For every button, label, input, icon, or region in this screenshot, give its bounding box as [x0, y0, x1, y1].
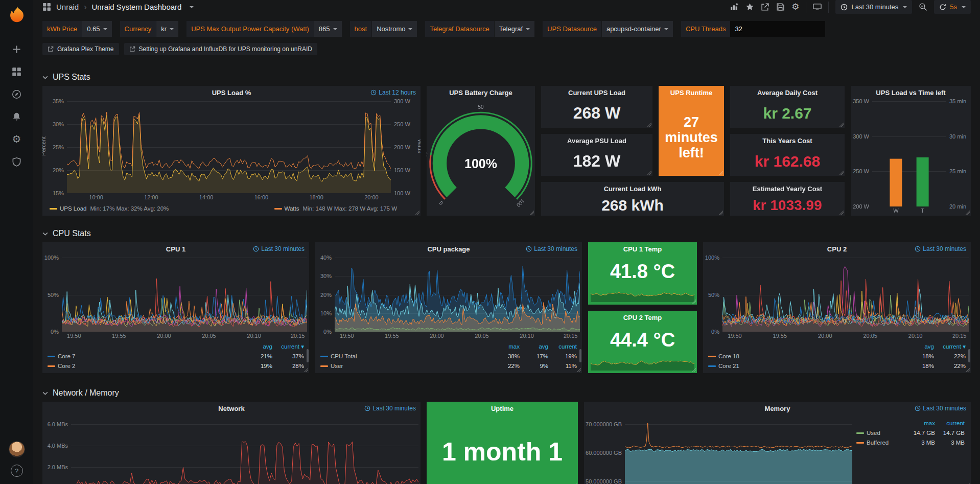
row-header-network-memory[interactable]: Network / Memory — [42, 373, 971, 402]
dashboard-link-ups-monitoring[interactable]: Setting up Grafana and InfluxDB for UPS … — [124, 43, 318, 55]
ups-bar-chart[interactable] — [872, 101, 946, 206]
panel-title[interactable]: UPS Runtime — [670, 89, 712, 97]
time-picker-button[interactable]: Last 30 minutes — [835, 0, 912, 14]
legend-header[interactable]: current ▾ — [272, 343, 304, 350]
tv-kiosk-icon[interactable] — [813, 3, 822, 11]
panel-title[interactable]: UPS Load vs Time left — [876, 89, 945, 97]
legend-header-row: avg current ▾ — [48, 341, 304, 351]
panel-ups-battery-charge: UPS Battery Charge 100% — [427, 86, 535, 216]
legend-header[interactable]: current — [935, 420, 965, 426]
user-avatar[interactable] — [9, 441, 25, 457]
panel-title[interactable]: CPU 2 Temp — [623, 314, 662, 321]
chevron-down-icon[interactable] — [190, 6, 194, 8]
create-add-icon[interactable] — [6, 38, 28, 60]
legend-header[interactable]: current ▾ — [934, 343, 966, 350]
legend-header[interactable]: max — [905, 420, 935, 426]
dashboard-settings-gear-icon[interactable]: ⚙ — [791, 3, 799, 11]
y-axis-left: 35% 30% 25% 20% 15% — [50, 101, 67, 193]
legend-series-name[interactable]: UPS Load — [60, 205, 86, 212]
configuration-gear-icon[interactable]: ⚙ — [6, 128, 28, 150]
variable-value-dropdown[interactable]: kr — [156, 21, 178, 37]
help-icon[interactable]: ? — [11, 465, 23, 477]
legend-scrollbar[interactable] — [579, 349, 581, 362]
panel-title[interactable]: Estimated Yearly Cost — [753, 185, 822, 193]
row-header-ups-stats[interactable]: UPS Stats — [42, 55, 971, 86]
panel-title[interactable]: CPU 1 — [166, 245, 185, 253]
legend-header[interactable]: current — [548, 343, 577, 350]
legend-scrollbar[interactable] — [968, 349, 970, 362]
external-link-icon — [129, 46, 135, 52]
legend-color — [708, 365, 716, 367]
dashboards-icon[interactable] — [6, 60, 28, 83]
memory-chart[interactable] — [625, 417, 852, 484]
grafana-logo-icon[interactable] — [8, 5, 26, 24]
chevron-down-icon — [333, 28, 337, 30]
legend-series-name[interactable]: Core 2 — [48, 363, 241, 369]
share-icon[interactable] — [761, 3, 769, 11]
ups-load-chart[interactable] — [67, 101, 391, 193]
legend: UPS LoadMin: 17% Max: 32% Avg: 20% Watts… — [42, 202, 421, 216]
y-axis-label: Watts — [417, 139, 421, 153]
cpu1-chart[interactable] — [62, 258, 307, 332]
legend-series-name[interactable]: Core 7 — [48, 353, 241, 359]
variable-value-dropdown[interactable]: apcupsd-container — [602, 21, 673, 37]
chart-plot — [71, 417, 418, 484]
variable-value-dropdown[interactable]: Nostromo — [372, 21, 417, 37]
add-panel-icon[interactable] — [730, 3, 739, 11]
dashboard-link-plex-theme[interactable]: Grafana Plex Theme — [42, 43, 119, 55]
dashboard-title[interactable]: Unraid System Dashboard — [92, 3, 182, 11]
breadcrumb-folder[interactable]: Unraid — [56, 3, 79, 11]
cpu2-chart[interactable] — [722, 258, 969, 332]
legend-header[interactable]: max — [491, 343, 520, 350]
panel-title[interactable]: Memory — [765, 405, 790, 412]
legend-header[interactable]: avg — [520, 343, 548, 350]
row-header-cpu-stats[interactable]: CPU Stats — [42, 216, 971, 242]
legend-color — [856, 442, 864, 444]
cpu-temps-column: CPU 1 Temp 41.8 °C CPU 2 Temp 44.4 °C — [588, 242, 697, 373]
panel-title[interactable]: CPU 1 Temp — [623, 245, 662, 253]
panel-title[interactable]: Current Load kWh — [604, 185, 662, 193]
zoom-out-icon[interactable] — [919, 3, 927, 11]
panel-title[interactable]: Average PSU Load — [567, 137, 626, 145]
panel-title[interactable]: This Years Cost — [762, 137, 812, 145]
variable-value-dropdown[interactable]: 865 — [314, 21, 342, 37]
panel-this-years-cost: This Years Cost kr 162.68 — [730, 134, 845, 176]
legend-header-row: max current — [856, 418, 965, 428]
breadcrumb: Unraid › Unraid System Dashboard — [42, 3, 194, 12]
legend-series-name[interactable]: Core 18 — [708, 353, 902, 359]
legend-color — [320, 356, 328, 357]
panel-title[interactable]: CPU package — [427, 245, 470, 253]
legend-series-name[interactable]: Core 21 — [708, 363, 902, 369]
legend-series-name[interactable]: CPU Total — [320, 353, 491, 359]
panel-title[interactable]: UPS Battery Charge — [449, 89, 512, 97]
legend-color — [274, 208, 282, 210]
legend-series-name[interactable]: Buffered — [856, 440, 905, 446]
explore-compass-icon[interactable] — [6, 83, 28, 105]
legend-series-name[interactable]: Watts — [285, 205, 299, 212]
variable-label: Telegraf Datasource — [425, 21, 494, 37]
panel-title[interactable]: Network — [218, 405, 244, 412]
panel-title[interactable]: Uptime — [491, 405, 514, 412]
legend-header[interactable]: avg — [902, 343, 934, 350]
panel-title[interactable]: Current UPS Load — [568, 89, 625, 97]
panel-title[interactable]: CPU 2 — [827, 245, 847, 253]
server-admin-shield-icon[interactable] — [6, 150, 28, 173]
panel-title[interactable]: Average Daily Cost — [757, 89, 818, 97]
alerting-bell-icon[interactable] — [6, 105, 28, 128]
y-axis-left: 350 W 300 W 250 W 200 W — [851, 101, 872, 206]
dashboard-grid-icon[interactable] — [42, 3, 51, 11]
panel-title[interactable]: UPS Load % — [212, 89, 251, 97]
legend-header[interactable]: avg — [241, 343, 272, 350]
variable-value-dropdown[interactable]: 0.65 — [82, 21, 111, 37]
cpu-threads-input[interactable] — [730, 21, 825, 37]
save-icon[interactable] — [776, 3, 785, 11]
legend-scrollbar[interactable] — [307, 349, 309, 362]
divider — [828, 2, 829, 13]
star-icon[interactable] — [745, 3, 754, 11]
legend-series-name[interactable]: Used — [856, 430, 905, 436]
refresh-button[interactable]: 5s — [934, 0, 971, 14]
cpu-package-chart[interactable] — [335, 258, 580, 332]
network-chart[interactable] — [71, 417, 418, 484]
legend-series-name[interactable]: User — [320, 363, 491, 369]
variable-value-dropdown[interactable]: Telegraf — [495, 21, 534, 37]
